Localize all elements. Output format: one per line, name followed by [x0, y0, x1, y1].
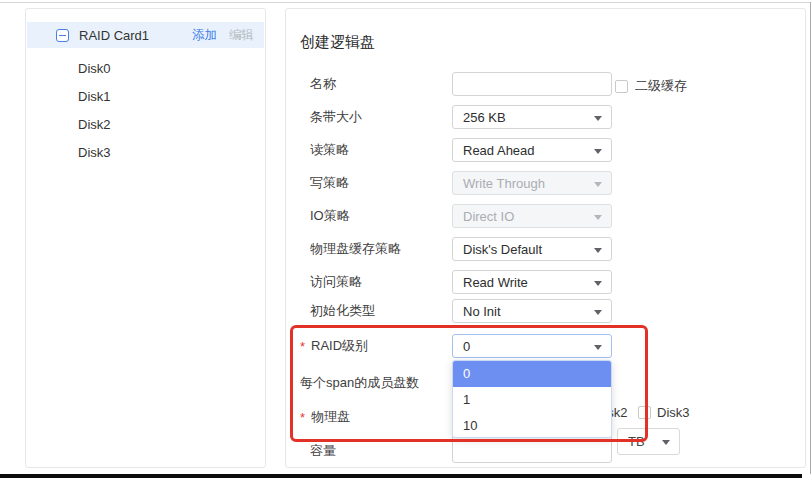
secondary-cache-label: 二级缓存: [635, 77, 687, 95]
form-row-init-type: 初始化类型 No Init: [286, 299, 805, 323]
frame-top-border: [0, 2, 811, 3]
form-row-read-policy: 读策略 Read Ahead: [286, 138, 805, 162]
chevron-down-icon: [594, 116, 602, 121]
chevron-down-icon: [594, 281, 602, 286]
collapse-minus-icon[interactable]: [56, 29, 69, 42]
name-label: 名称: [310, 72, 336, 96]
tree-node-raid-card[interactable]: RAID Card1 添加 编辑: [27, 22, 264, 48]
disk3-checkbox[interactable]: [638, 406, 651, 419]
raid-level-dropdown: 0 1 10: [452, 360, 612, 438]
read-policy-select[interactable]: Read Ahead: [452, 138, 612, 162]
chevron-down-icon: [594, 310, 602, 315]
add-link[interactable]: 添加: [192, 27, 217, 44]
raid-level-label: RAID级别: [311, 334, 368, 358]
write-policy-select: Write Through: [452, 171, 612, 195]
dropdown-option-1[interactable]: 1: [453, 387, 611, 413]
write-policy-label: 写策略: [310, 171, 349, 195]
access-policy-label: 访问策略: [310, 270, 362, 294]
capacity-input[interactable]: [452, 435, 612, 463]
required-asterisk: *: [300, 405, 305, 429]
init-type-select[interactable]: No Init: [452, 299, 612, 323]
form-row-name: 名称 二级缓存: [286, 72, 805, 96]
tree-node-disk0[interactable]: Disk0: [26, 54, 265, 82]
form-row-access-policy: 访问策略 Read Write: [286, 270, 805, 294]
screenshot-root: RAID Card1 添加 编辑 Disk0 Disk1 Disk2 Disk3…: [0, 0, 812, 479]
physical-disks-label: 物理盘: [311, 405, 350, 429]
chevron-down-icon: [594, 345, 602, 350]
chevron-down-icon: [594, 215, 602, 220]
form-row-disk-cache-policy: 物理盘缓存策略 Disk's Default: [286, 237, 805, 261]
edit-link[interactable]: 编辑: [229, 27, 254, 44]
tree-node-label: RAID Card1: [79, 28, 149, 43]
tree-node-disk2[interactable]: Disk2: [26, 110, 265, 138]
access-policy-select[interactable]: Read Write: [452, 270, 612, 294]
sidebar-panel: RAID Card1 添加 编辑 Disk0 Disk1 Disk2 Disk3: [25, 8, 266, 468]
chevron-down-icon: [594, 248, 602, 253]
tree-actions: 添加 编辑: [192, 27, 254, 44]
form-row-capacity: 容量: [286, 435, 805, 463]
stripe-size-select[interactable]: 256 KB: [452, 105, 612, 129]
stripe-size-label: 条带大小: [310, 105, 362, 129]
disk-cache-policy-select[interactable]: Disk's Default: [452, 237, 612, 261]
tree-children: Disk0 Disk1 Disk2 Disk3: [26, 54, 265, 166]
capacity-unit-select[interactable]: TB: [617, 428, 680, 455]
chevron-down-icon: [662, 440, 670, 445]
frame-right-border: [810, 2, 811, 474]
secondary-cache-checkbox[interactable]: [615, 80, 628, 93]
io-policy-select: Direct IO: [452, 204, 612, 228]
form-row-raid-level: * RAID级别 0: [286, 334, 805, 358]
disk3-option: Disk3: [638, 405, 676, 420]
create-logical-disk-panel: 创建逻辑盘 名称 二级缓存 条带大小 256 KB 读策略 Read Ahead: [285, 8, 806, 468]
init-type-label: 初始化类型: [310, 299, 375, 323]
chevron-down-icon: [594, 149, 602, 154]
disk-cache-policy-label: 物理盘缓存策略: [310, 237, 401, 261]
dropdown-option-0[interactable]: 0: [453, 361, 611, 387]
raid-level-select[interactable]: 0: [452, 334, 612, 358]
frame-bottom-border: [0, 474, 802, 478]
dropdown-option-10[interactable]: 10: [453, 413, 611, 438]
page-title: 创建逻辑盘: [300, 33, 375, 52]
chevron-down-icon: [594, 182, 602, 187]
form-row-stripe-size: 条带大小 256 KB: [286, 105, 805, 129]
capacity-label: 容量: [310, 439, 336, 463]
io-policy-label: IO策略: [310, 204, 350, 228]
secondary-cache-option: 二级缓存: [615, 77, 687, 95]
disks-per-span-label: 每个span的成员盘数: [300, 371, 419, 395]
form-row-io-policy: IO策略 Direct IO: [286, 204, 805, 228]
read-policy-label: 读策略: [310, 138, 349, 162]
required-asterisk: *: [300, 334, 305, 358]
form-row-write-policy: 写策略 Write Through: [286, 171, 805, 195]
tree-node-disk3[interactable]: Disk3: [26, 138, 265, 166]
name-input[interactable]: [452, 72, 612, 96]
tree-node-disk1[interactable]: Disk1: [26, 82, 265, 110]
